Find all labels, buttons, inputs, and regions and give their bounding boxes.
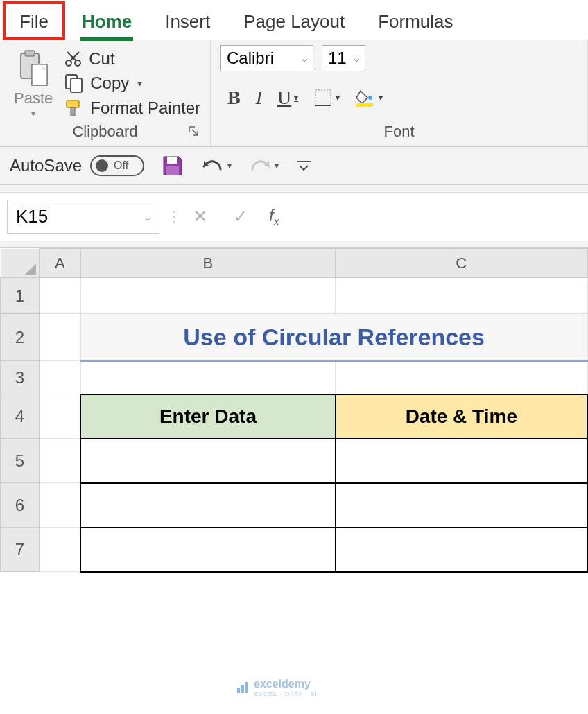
cell[interactable] (336, 439, 587, 483)
cut-label: Cut (89, 49, 114, 69)
clipboard-paste-icon (17, 49, 50, 88)
worksheet-grid[interactable]: A B C 1 2 Use of Circular References 3 4… (0, 248, 588, 573)
cancel-formula-button[interactable]: ✕ (180, 206, 220, 227)
row-header[interactable]: 1 (1, 278, 40, 314)
chevron-down-icon: ▾ (379, 93, 383, 103)
enter-formula-button[interactable]: ✓ (220, 206, 261, 227)
font-name-select[interactable]: Calibri ⌵ (220, 45, 313, 71)
cut-button[interactable]: Cut (64, 49, 200, 69)
redo-button[interactable]: ▾ (248, 155, 279, 176)
table-header-enter-data[interactable]: Enter Data (80, 394, 335, 439)
autosave-label: AutoSave (10, 156, 82, 175)
format-painter-button[interactable]: Format Painter (64, 98, 200, 119)
copy-label: Copy (90, 73, 129, 93)
svg-rect-11 (71, 107, 75, 116)
svg-rect-12 (315, 90, 331, 105)
cell[interactable] (39, 278, 80, 314)
cell[interactable] (336, 361, 587, 394)
cell[interactable] (80, 278, 335, 314)
copy-button[interactable]: Copy ▾ (64, 73, 200, 94)
cell[interactable] (80, 361, 335, 394)
cell[interactable] (80, 528, 335, 572)
tab-page-layout[interactable]: Page Layout (227, 1, 361, 40)
row-header[interactable]: 5 (1, 439, 40, 483)
table-header-date-time[interactable]: Date & Time (336, 394, 587, 439)
svg-rect-16 (167, 157, 177, 164)
svg-rect-10 (67, 101, 79, 107)
svg-point-14 (368, 96, 372, 100)
name-box-value: K15 (16, 206, 48, 227)
row-header[interactable]: 6 (1, 483, 40, 528)
chevron-down-icon: ▾ (275, 161, 279, 171)
toggle-switch: Off (90, 155, 144, 176)
svg-rect-9 (71, 78, 82, 92)
undo-button[interactable]: ▾ (201, 155, 232, 176)
column-header[interactable]: B (80, 249, 335, 278)
title-cell[interactable]: Use of Circular References (80, 314, 587, 361)
chevron-down-icon[interactable]: ▾ (31, 109, 35, 119)
ribbon-body: Paste ▾ Cut Copy ▾ (0, 40, 588, 147)
row-header[interactable]: 2 (1, 314, 40, 361)
font-name-value: Calibri (227, 49, 274, 68)
scissors-icon (64, 49, 83, 69)
cell[interactable] (39, 439, 80, 483)
format-painter-label: Format Painter (90, 98, 200, 118)
cell[interactable] (39, 394, 80, 439)
chevron-down-icon: ⌵ (302, 53, 307, 64)
cell[interactable] (39, 361, 80, 394)
name-box[interactable]: K15 ⌵ (7, 200, 159, 234)
customize-qat-button[interactable] (295, 159, 312, 173)
cell[interactable] (39, 314, 80, 361)
formula-bar-area: K15 ⌵ ⋮ ✕ ✓ fx (0, 185, 588, 248)
row-header[interactable]: 3 (1, 361, 40, 394)
chevron-down-icon: ▾ (336, 93, 340, 103)
ribbon-tabs: File Home Insert Page Layout Formulas (0, 0, 588, 40)
fill-color-button[interactable]: ▾ (355, 88, 383, 107)
group-font: Calibri ⌵ 11 ⌵ B I U ▾ ▾ ▾ (211, 40, 588, 146)
chevron-down-icon: ⌵ (145, 211, 150, 223)
cell[interactable] (39, 528, 80, 572)
copy-icon (64, 73, 85, 94)
cell[interactable] (336, 483, 587, 528)
tab-insert[interactable]: Insert (148, 1, 227, 40)
svg-rect-17 (166, 166, 179, 175)
chevron-down-icon: ▾ (227, 161, 232, 171)
tab-home[interactable]: Home (65, 1, 148, 40)
cell[interactable] (39, 483, 80, 528)
row-header[interactable]: 7 (1, 528, 40, 572)
select-all-button[interactable] (1, 249, 40, 278)
underline-button[interactable]: U ▾ (277, 87, 298, 109)
autosave-toggle[interactable]: AutoSave Off (10, 155, 144, 176)
svg-rect-15 (356, 103, 373, 107)
italic-button[interactable]: I (256, 87, 262, 109)
formula-input[interactable] (288, 213, 588, 221)
tab-formulas[interactable]: Formulas (361, 1, 469, 40)
chevron-down-icon: ⌵ (354, 53, 359, 64)
row-header[interactable]: 4 (1, 394, 40, 439)
column-header[interactable]: A (39, 249, 80, 278)
tab-file[interactable]: File (3, 1, 65, 40)
insert-function-button[interactable]: fx (261, 206, 288, 228)
font-size-select[interactable]: 11 ⌵ (322, 45, 365, 71)
grip-icon: ⋮ (166, 208, 180, 226)
autosave-state: Off (114, 159, 128, 172)
cell[interactable] (336, 528, 587, 572)
save-button[interactable] (161, 154, 184, 177)
paintbrush-icon (64, 98, 85, 119)
borders-button[interactable]: ▾ (313, 88, 340, 107)
cell[interactable] (336, 278, 587, 314)
svg-rect-1 (25, 51, 35, 56)
column-header[interactable]: C (336, 249, 587, 278)
font-size-value: 11 (328, 49, 347, 68)
chevron-down-icon[interactable]: ▾ (137, 78, 142, 89)
cell[interactable] (80, 439, 335, 483)
dialog-launcher-icon[interactable] (188, 125, 200, 138)
group-clipboard: Paste ▾ Cut Copy ▾ (0, 40, 211, 146)
chevron-down-icon: ▾ (294, 93, 298, 103)
paste-label: Paste (14, 89, 53, 107)
bold-button[interactable]: B (227, 87, 241, 109)
paste-button[interactable]: Paste ▾ (10, 45, 57, 119)
group-label-clipboard: Clipboard (10, 119, 200, 142)
cell[interactable] (80, 483, 335, 528)
quick-access-toolbar: AutoSave Off ▾ ▾ (0, 147, 588, 185)
